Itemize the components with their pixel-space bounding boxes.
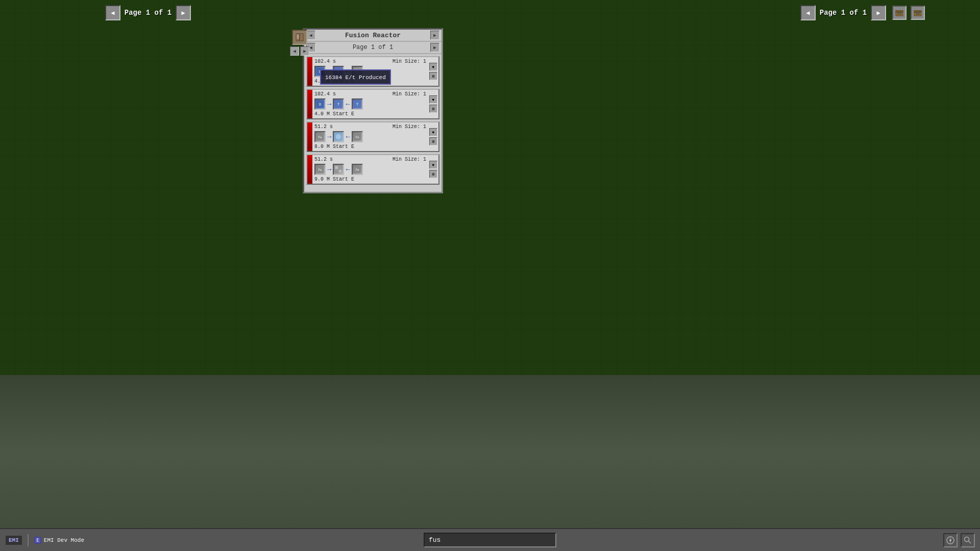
svg-text:E: E — [36, 538, 39, 543]
recipe-time-1: 102.4 s — [314, 59, 336, 64]
arrow-left-1: ← — [346, 67, 350, 76]
top-right-page-text: Page 1 of 1 — [820, 9, 867, 17]
recipe-energy-1: 4.0 M Start E — [314, 79, 426, 84]
arrow-right-3: → — [327, 133, 331, 141]
recipe-entry-1[interactable]: 102.4 s Min Size: 1 16384 E/t Produced D… — [306, 56, 439, 87]
dev-icon: E — [34, 536, 42, 544]
recipe-items-row-2: D → T ← T — [314, 98, 426, 110]
recipe-top-row-2: 102.4 s Min Size: 1 — [314, 91, 426, 97]
recipe-minsize-2: Min Size: 1 — [393, 91, 426, 97]
recipe-input2-2[interactable]: T — [352, 98, 363, 110]
recipe-content-3: 51.2 s Min Size: 1 Fe → ← Fe — [312, 122, 428, 151]
top-left-page-text: Page 1 of 1 — [125, 9, 172, 17]
recipe-craft-4[interactable]: ⊞ — [429, 170, 437, 178]
recipe-output-2[interactable]: T — [333, 98, 344, 110]
svg-rect-10 — [297, 38, 299, 39]
svg-text:Fe: Fe — [355, 135, 359, 139]
recipe-input1-2[interactable]: D — [314, 98, 326, 110]
top-nav-right: ◀ Page 1 of 1 ▶ — [745, 0, 980, 26]
recipe-craft-3[interactable]: ⊞ — [429, 137, 437, 145]
recipe-time-4: 51.2 s — [314, 157, 333, 162]
svg-rect-8 — [297, 35, 299, 36]
arrow-left-4: ← — [346, 165, 350, 173]
recipe-top-row-3: 51.2 s Min Size: 1 — [314, 124, 426, 130]
recipe-panel: ◀ Fusion Reactor ▶ ◀ Page 1 of 1 ▶ 102.4… — [303, 28, 443, 193]
dev-mode-badge: E EMI Dev Mode — [34, 536, 84, 544]
search-icons-right — [943, 533, 975, 547]
search-input[interactable] — [424, 533, 556, 547]
recipe-input1-1[interactable]: D — [314, 66, 326, 77]
right-panel-icon2[interactable] — [911, 6, 925, 20]
svg-rect-32 — [335, 166, 338, 169]
recipe-input2-3[interactable]: Fe — [352, 131, 363, 142]
recipe-input1-4[interactable]: Fe — [314, 164, 326, 175]
arrow-left-3: ← — [346, 133, 350, 141]
stone-background — [0, 375, 980, 528]
recipe-top-row-1: 102.4 s Min Size: 1 — [314, 59, 426, 64]
top-right-next-btn[interactable]: ▶ — [871, 5, 886, 20]
magnifier-icon — [964, 536, 972, 544]
recipe-craft-1[interactable]: ⊞ — [429, 72, 437, 80]
svg-rect-9 — [297, 36, 299, 37]
recipe-energy-4: 9.0 M Start E — [314, 177, 426, 182]
svg-text:Fe: Fe — [318, 168, 322, 171]
recipe-top-row-4: 51.2 s Min Size: 1 — [314, 157, 426, 162]
recipe-bookmark-2[interactable]: ♥ — [429, 95, 437, 104]
svg-rect-5 — [916, 12, 919, 14]
svg-text:Fe: Fe — [355, 168, 359, 171]
left-sub-next[interactable]: ▶ — [300, 46, 309, 56]
svg-line-44 — [969, 541, 971, 543]
recipe-items-row-1: D → T ← Fe — [314, 66, 426, 77]
arrow-right-1: → — [327, 67, 331, 76]
recipe-minsize-4: Min Size: 1 — [393, 157, 426, 162]
recipe-bookmark-3[interactable]: ♥ — [429, 128, 437, 136]
recipe-input2-4[interactable]: Fe — [352, 164, 363, 175]
recipe-output-3[interactable] — [333, 131, 344, 142]
arrow-left-2: ← — [346, 100, 350, 108]
svg-rect-33 — [338, 169, 342, 173]
recipe-entry-4[interactable]: 51.2 s Min Size: 1 Fe → — [306, 154, 439, 185]
recipe-side-btns-2: ♥ ⊞ — [428, 90, 438, 118]
book-icon-svg — [295, 33, 304, 42]
panel-page-next-btn[interactable]: ▶ — [430, 43, 439, 52]
recipe-minsize-1: Min Size: 1 — [393, 59, 426, 64]
recipe-output-4[interactable] — [333, 164, 344, 175]
recipe-content-2: 102.4 s Min Size: 1 D → T ← T — [312, 90, 428, 118]
recipe-output-1[interactable]: T — [333, 66, 344, 77]
panel-header: ◀ Fusion Reactor ▶ — [304, 30, 442, 42]
recipe-entry-2[interactable]: 102.4 s Min Size: 1 D → T ← T — [306, 89, 439, 119]
right-panel-icon1[interactable] — [892, 6, 906, 20]
recipe-input2-1[interactable]: Fe — [352, 66, 363, 77]
recipe-craft-2[interactable]: ⊞ — [429, 105, 437, 113]
recipe-content-4: 51.2 s Min Size: 1 Fe → — [312, 155, 428, 184]
panel-page-text: Page 1 of 1 — [315, 44, 430, 51]
top-left-next-btn[interactable]: ▶ — [176, 5, 191, 20]
recipe-progress-bar-4 — [307, 155, 312, 184]
chest2-icon — [914, 9, 922, 17]
dev-mode-text: EMI Dev Mode — [44, 537, 84, 543]
chest-icon — [895, 9, 903, 17]
recipe-book-icon[interactable] — [292, 30, 307, 45]
recipe-time-2: 102.4 s — [314, 91, 336, 97]
svg-rect-35 — [335, 169, 338, 173]
top-right-prev-btn[interactable]: ◀ — [800, 5, 816, 20]
panel-page-bar: ◀ Page 1 of 1 ▶ — [304, 42, 442, 54]
recipe-items-row-3: Fe → ← Fe — [314, 131, 426, 142]
recipe-items-row-4: Fe → ← — [314, 164, 426, 175]
recipe-minsize-3: Min Size: 1 — [393, 124, 426, 130]
recipe-progress-bar-3 — [307, 122, 312, 151]
svg-text:Fe: Fe — [318, 135, 322, 139]
left-sub-prev[interactable]: ◀ — [290, 46, 299, 56]
recipe-side-btns-1: ♥ ⊞ — [428, 57, 438, 86]
recipe-bookmark-4[interactable]: ♥ — [429, 161, 437, 169]
panel-next-btn[interactable]: ▶ — [430, 31, 439, 40]
bottom-bar: EMI E EMI Dev Mode — [0, 528, 980, 551]
svg-point-26 — [336, 134, 341, 139]
recipe-bookmark-1[interactable]: ♥ — [429, 63, 437, 71]
top-left-prev-btn[interactable]: ◀ — [105, 5, 120, 20]
recipe-input1-3[interactable]: Fe — [314, 131, 326, 142]
top-nav-left: ◀ Page 1 of 1 ▶ — [0, 0, 296, 26]
recipe-entry-3[interactable]: 51.2 s Min Size: 1 Fe → ← Fe — [306, 121, 439, 152]
compass-btn[interactable] — [943, 533, 958, 547]
search-btn[interactable] — [961, 533, 975, 547]
